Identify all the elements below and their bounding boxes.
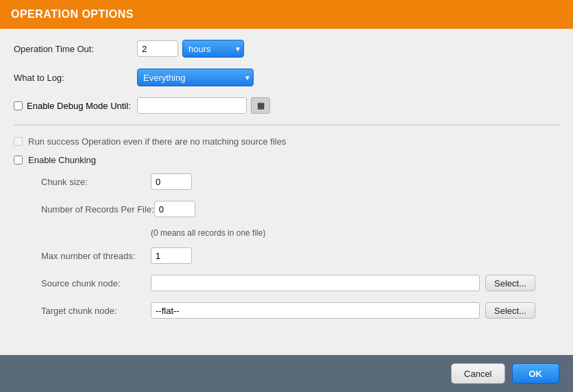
target-chunk-input[interactable] bbox=[151, 302, 480, 319]
calendar-icon: ▦ bbox=[257, 101, 265, 110]
chunk-size-label: Chunk size: bbox=[27, 177, 151, 187]
records-per-file-label: Number of Records Per File: bbox=[27, 204, 154, 215]
records-per-file-input[interactable] bbox=[154, 201, 195, 217]
enable-debug-checkbox[interactable] bbox=[14, 101, 23, 110]
what-to-log-label: What to Log: bbox=[14, 73, 137, 83]
run-success-checkbox[interactable] bbox=[14, 137, 23, 146]
enable-chunking-label: Enable Chunking bbox=[28, 155, 96, 165]
run-success-row: Run success Operation even if there are … bbox=[14, 136, 559, 147]
operation-timeout-row: Operation Time Out: hours minutes second… bbox=[14, 40, 559, 58]
source-chunk-label: Source chunk node: bbox=[27, 278, 151, 289]
enable-debug-row: Enable Debug Mode Until: ▦ bbox=[14, 97, 559, 114]
content-area: Operation Time Out: hours minutes second… bbox=[0, 29, 573, 355]
debug-date-input[interactable] bbox=[137, 97, 247, 114]
target-chunk-select-button[interactable]: Select... bbox=[485, 302, 535, 319]
source-chunk-row: Source chunk node: Select... bbox=[14, 275, 559, 291]
source-chunk-select-button[interactable]: Select... bbox=[485, 275, 535, 291]
enable-chunking-row: Enable Chunking bbox=[14, 155, 559, 165]
hours-select-wrapper: hours minutes seconds ▼ bbox=[182, 40, 244, 58]
chunk-size-row: Chunk size: bbox=[14, 173, 559, 190]
max-threads-label: Max number of threads: bbox=[27, 251, 151, 261]
calendar-button[interactable]: ▦ bbox=[251, 97, 270, 114]
cancel-button[interactable]: Cancel bbox=[451, 363, 504, 384]
what-to-log-select-wrapper: Everything Errors Only Nothing ▼ bbox=[137, 69, 254, 86]
hours-select[interactable]: hours minutes seconds bbox=[182, 40, 244, 58]
chunk-size-input[interactable] bbox=[151, 173, 192, 190]
what-to-log-row: What to Log: Everything Errors Only Noth… bbox=[14, 69, 559, 86]
title-bar: OPERATION OPTIONS bbox=[0, 0, 573, 29]
enable-chunking-checkbox[interactable] bbox=[14, 156, 23, 164]
records-hint: (0 means all records in one file) bbox=[14, 228, 559, 238]
ok-button[interactable]: OK bbox=[512, 363, 560, 384]
run-success-label: Run success Operation even if there are … bbox=[28, 136, 286, 147]
max-threads-input[interactable] bbox=[151, 247, 192, 264]
records-per-file-row: Number of Records Per File: bbox=[14, 201, 559, 217]
target-chunk-label: Target chunk node: bbox=[27, 306, 151, 316]
debug-checkbox-wrapper: Enable Debug Mode Until: bbox=[14, 101, 137, 111]
source-chunk-input[interactable] bbox=[151, 275, 480, 291]
what-to-log-select[interactable]: Everything Errors Only Nothing bbox=[137, 69, 254, 86]
enable-debug-label: Enable Debug Mode Until: bbox=[27, 101, 131, 111]
footer: Cancel OK bbox=[0, 355, 573, 392]
divider-1 bbox=[14, 125, 559, 125]
operation-timeout-label: Operation Time Out: bbox=[14, 44, 137, 54]
dialog-title: OPERATION OPTIONS bbox=[11, 8, 134, 20]
operation-timeout-input[interactable] bbox=[137, 40, 178, 57]
max-threads-row: Max number of threads: bbox=[14, 247, 559, 264]
target-chunk-row: Target chunk node: Select... bbox=[14, 302, 559, 319]
